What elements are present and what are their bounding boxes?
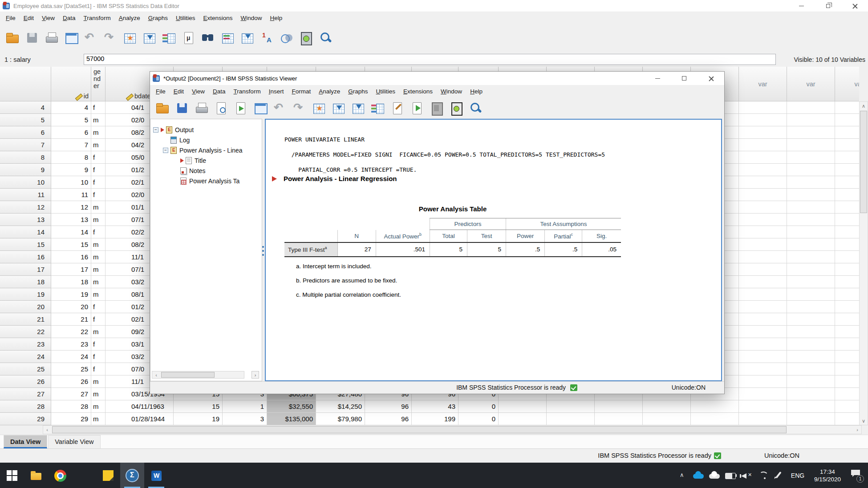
grid-cell[interactable]: [547, 413, 595, 425]
grid-cell[interactable]: [835, 151, 859, 164]
menu-main-utilities[interactable]: Utilities: [172, 12, 199, 24]
grid-cell[interactable]: m: [91, 400, 105, 413]
grid-cell[interactable]: [835, 400, 859, 413]
grid-cell[interactable]: 18: [51, 276, 91, 288]
tab-data-view[interactable]: Data View: [4, 435, 47, 448]
outline-item-power-analysis-ta[interactable]: Power Analysis Ta: [150, 176, 262, 186]
grid-cell[interactable]: 13: [51, 214, 91, 226]
grid-cell[interactable]: [691, 400, 739, 413]
grid-cell[interactable]: m: [91, 375, 105, 388]
grid-cell[interactable]: [739, 288, 787, 301]
grid-cell[interactable]: [739, 375, 787, 388]
grid-cell[interactable]: 199: [412, 413, 458, 425]
grid-cell[interactable]: [835, 413, 859, 425]
find-icon[interactable]: [200, 30, 216, 45]
row-header[interactable]: 15: [0, 238, 51, 251]
grid-cell[interactable]: m: [91, 201, 105, 214]
grid-cell[interactable]: [835, 176, 859, 189]
grid-cell[interactable]: [787, 251, 835, 263]
column-header-id[interactable]: id: [51, 67, 91, 101]
grid-cell[interactable]: $79,980: [316, 413, 365, 425]
grid-cell[interactable]: [547, 400, 595, 413]
row-header[interactable]: 21: [0, 313, 51, 326]
grid-cell[interactable]: 15: [51, 238, 91, 251]
grid-cell[interactable]: m: [91, 139, 105, 151]
grid-cell[interactable]: [787, 126, 835, 139]
grid-cell[interactable]: [835, 388, 859, 400]
grid-cell[interactable]: [787, 400, 835, 413]
grid-cell[interactable]: f: [91, 226, 105, 238]
output-content-pane[interactable]: POWER UNIVARIATE LINEAR /PARAMETERS MODE…: [265, 119, 722, 381]
grid-cell[interactable]: [739, 301, 787, 313]
grid-cell[interactable]: f: [91, 363, 105, 375]
row-header[interactable]: 8: [0, 151, 51, 164]
row-header[interactable]: 25: [0, 363, 51, 375]
grid-cell[interactable]: [787, 263, 835, 276]
goto-chart-icon[interactable]: [311, 101, 327, 116]
grid-cell[interactable]: f: [91, 189, 105, 201]
use-variable-sets-icon[interactable]: [279, 30, 295, 45]
menu-main-edit[interactable]: Edit: [20, 12, 38, 24]
select-output-icon[interactable]: [448, 101, 464, 116]
grid-cell[interactable]: $135,000: [267, 413, 316, 425]
run-script-icon[interactable]: [409, 101, 425, 116]
cell-editor-input[interactable]: 57000: [84, 54, 776, 65]
grid-cell[interactable]: [739, 226, 787, 238]
power-analysis-table[interactable]: PredictorsTest AssumptionsNActual Powerb…: [284, 218, 621, 257]
outline-item-notes[interactable]: Notes: [150, 165, 262, 176]
insert-cases-icon[interactable]: [220, 30, 236, 45]
grid-cell[interactable]: 43: [412, 400, 458, 413]
menu-viewer-graphs[interactable]: Graphs: [344, 86, 372, 97]
designate-window-icon[interactable]: [429, 101, 445, 116]
grid-cell[interactable]: [835, 164, 859, 176]
row-header[interactable]: 24: [0, 351, 51, 363]
grid-cell[interactable]: [739, 201, 787, 214]
row-header[interactable]: 12: [0, 201, 51, 214]
grid-cell[interactable]: f: [91, 151, 105, 164]
open-folder-icon[interactable]: [154, 101, 170, 116]
grid-cell[interactable]: 26: [51, 375, 91, 388]
grid-cell[interactable]: [787, 363, 835, 375]
undo-icon[interactable]: [272, 101, 288, 116]
grid-cell[interactable]: m: [91, 263, 105, 276]
row-header[interactable]: 27: [0, 388, 51, 400]
taskbar-app-start[interactable]: [0, 463, 24, 488]
grid-cell[interactable]: 17: [51, 263, 91, 276]
grid-cell[interactable]: $32,550: [267, 400, 316, 413]
grid-cell[interactable]: [835, 301, 859, 313]
zoom-icon[interactable]: [318, 30, 334, 45]
language-indicator[interactable]: ENG: [787, 472, 808, 479]
goto-case-icon[interactable]: [142, 30, 158, 45]
grid-cell[interactable]: [787, 326, 835, 338]
grid-cell[interactable]: f: [91, 351, 105, 363]
vertical-scroll-thumb[interactable]: [860, 111, 867, 213]
menu-viewer-edit[interactable]: Edit: [170, 86, 188, 97]
menu-viewer-analyze[interactable]: Analyze: [315, 86, 344, 97]
outline-item-log[interactable]: Log: [150, 135, 262, 145]
grid-cell[interactable]: [835, 263, 859, 276]
menu-viewer-window[interactable]: Window: [437, 86, 466, 97]
column-header-gender[interactable]: gender: [91, 67, 105, 101]
grid-cell[interactable]: [787, 151, 835, 164]
grid-cell[interactable]: [835, 126, 859, 139]
grid-cell[interactable]: [787, 139, 835, 151]
grid-cell[interactable]: m: [91, 288, 105, 301]
outline-item-output[interactable]: −Output: [150, 125, 262, 135]
grid-cell[interactable]: [739, 251, 787, 263]
grid-cell[interactable]: [739, 413, 787, 425]
grid-cell[interactable]: 5: [51, 114, 91, 126]
grid-cell[interactable]: [595, 413, 643, 425]
grid-cell[interactable]: 19: [174, 413, 223, 425]
redo-icon[interactable]: [102, 30, 118, 45]
edit-outline-icon[interactable]: [389, 101, 406, 116]
menu-viewer-format[interactable]: Format: [288, 86, 315, 97]
grid-cell[interactable]: 16: [51, 251, 91, 263]
grid-cell[interactable]: [835, 238, 859, 251]
menu-main-help[interactable]: Help: [266, 12, 287, 24]
grid-cell[interactable]: [739, 351, 787, 363]
grid-cell[interactable]: [787, 189, 835, 201]
grid-cell[interactable]: [835, 226, 859, 238]
grid-cell[interactable]: [835, 338, 859, 351]
grid-cell[interactable]: f: [91, 176, 105, 189]
grid-cell[interactable]: [739, 400, 787, 413]
